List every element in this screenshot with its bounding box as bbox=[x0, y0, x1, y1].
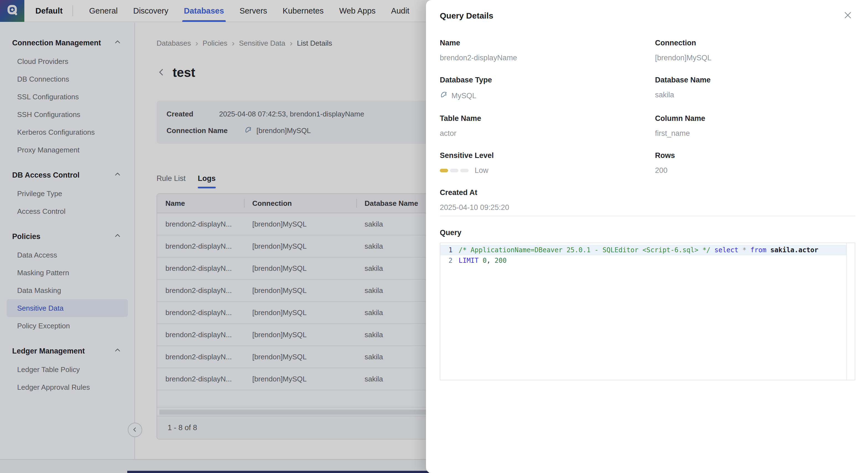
editor-scrollbar-track[interactable] bbox=[846, 243, 847, 380]
database-type-text: MySQL bbox=[452, 91, 476, 100]
code-token-num: 200 bbox=[495, 257, 506, 264]
field-database-type-value: MySQL bbox=[440, 90, 655, 101]
query-details-drawer: Query Details Name brendon2-displayName … bbox=[426, 0, 868, 473]
code-token-plain bbox=[767, 246, 770, 254]
field-connection-value: [brendon]MySQL bbox=[655, 53, 852, 62]
close-drawer-button[interactable] bbox=[843, 10, 852, 21]
code-token-ident: sakila.actor bbox=[770, 246, 818, 254]
field-name-value: brendon2-displayName bbox=[440, 53, 655, 62]
mysql-dolphin-icon bbox=[440, 90, 448, 101]
field-name: Name brendon2-displayName bbox=[440, 38, 655, 62]
field-connection: Connection [brendon]MySQL bbox=[655, 38, 852, 62]
code-token-kw: select bbox=[714, 246, 739, 254]
field-rows: Rows 200 bbox=[655, 151, 852, 175]
field-column-name: Column Name first_name bbox=[655, 114, 852, 138]
sql-code-editor[interactable]: 1/* ApplicationName=DBeaver 25.0.1 - SQL… bbox=[440, 243, 855, 380]
code-token-plain: , bbox=[487, 257, 495, 264]
sql-code-lines: 1/* ApplicationName=DBeaver 25.0.1 - SQL… bbox=[440, 245, 846, 266]
code-token-plain bbox=[478, 257, 483, 264]
field-rows-value: 200 bbox=[655, 166, 852, 175]
drawer-title: Query Details bbox=[440, 11, 493, 21]
query-section-label: Query bbox=[440, 228, 868, 237]
drawer-divider bbox=[440, 216, 855, 216]
field-table-name: Table Name actor bbox=[440, 114, 655, 138]
field-database-name-value: sakila bbox=[655, 90, 852, 99]
drawer-header: Query Details bbox=[426, 0, 868, 21]
field-created-at: Created At 2025-04-10 09:25:20 bbox=[440, 188, 655, 212]
code-token-plain bbox=[738, 246, 742, 254]
code-token-plain bbox=[710, 246, 714, 254]
field-database-name: Database Name sakila bbox=[655, 75, 852, 101]
code-token-comment: /* ApplicationName=DBeaver 25.0.1 - SQLE… bbox=[459, 246, 710, 254]
code-token-num: 0 bbox=[483, 257, 487, 264]
level-pill-empty bbox=[450, 169, 458, 172]
code-line-2: 2LIMIT 0, 200 bbox=[440, 255, 846, 266]
field-created-at-value: 2025-04-10 09:25:20 bbox=[440, 203, 655, 212]
sensitive-level-text: Low bbox=[475, 166, 489, 175]
field-column-name-value: first_name bbox=[655, 129, 852, 138]
field-table-name-value: actor bbox=[440, 129, 655, 138]
sensitive-level-indicator bbox=[440, 169, 469, 172]
level-pill-filled bbox=[440, 169, 448, 172]
close-icon bbox=[843, 10, 852, 21]
field-database-type: Database Type MySQL bbox=[440, 75, 655, 101]
code-token-kw: LIMIT bbox=[459, 257, 478, 264]
code-token-plain bbox=[746, 246, 750, 254]
field-sensitive-level-value: Low bbox=[440, 166, 655, 175]
line-number: 2 bbox=[440, 257, 453, 264]
field-sensitive-level: Sensitive Level Low bbox=[440, 151, 655, 175]
query-detail-fields: Name brendon2-displayName Connection [br… bbox=[440, 38, 852, 212]
code-token-op: * bbox=[742, 246, 746, 254]
line-number: 1 bbox=[440, 246, 453, 254]
code-line-1: 1/* ApplicationName=DBeaver 25.0.1 - SQL… bbox=[440, 245, 846, 255]
level-pill-empty bbox=[460, 169, 469, 172]
code-token-kw: from bbox=[750, 246, 767, 254]
